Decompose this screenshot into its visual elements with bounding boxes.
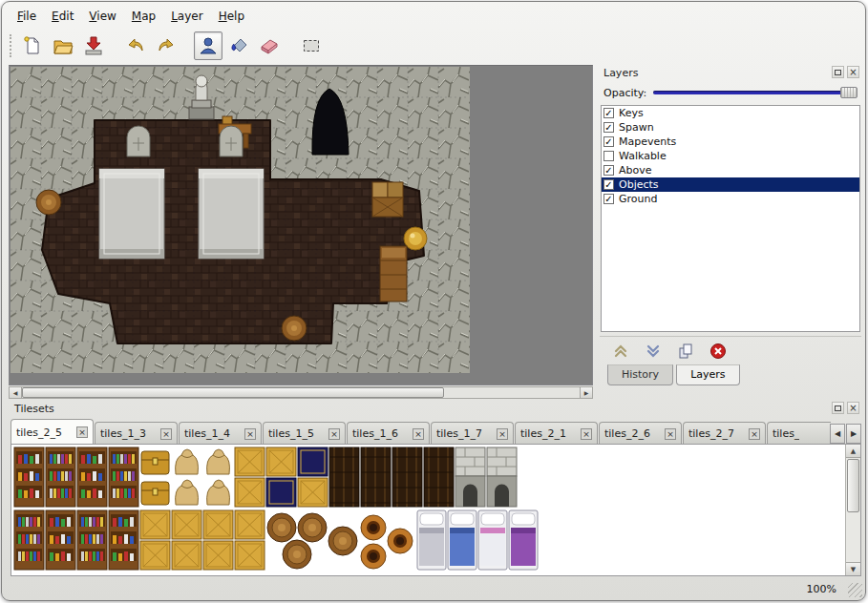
- eraser-icon: [258, 35, 281, 56]
- layer-visibility-checkbox[interactable]: ✓: [603, 165, 614, 176]
- new-file-icon: [22, 35, 43, 56]
- map-object-door-slab: [199, 169, 264, 259]
- layer-visibility-checkbox[interactable]: ✓: [603, 122, 614, 133]
- tileset-vertical-scrollbar[interactable]: ▲ ▼: [845, 445, 860, 575]
- map-horizontal-scrollbar[interactable]: ◀ ▶: [9, 386, 593, 399]
- float-panel-button[interactable]: [832, 66, 844, 78]
- opacity-slider[interactable]: [653, 85, 857, 100]
- layer-row[interactable]: ✓Keys: [602, 106, 859, 120]
- tileset-tab[interactable]: tiles_1_3×: [95, 422, 178, 445]
- tileset-tab-label: tiles_1_7: [436, 427, 482, 440]
- scroll-right-icon[interactable]: ▶: [580, 387, 592, 398]
- layers-panel-titlebar: Layers ×: [598, 65, 863, 80]
- layer-visibility-checkbox[interactable]: ✓: [603, 108, 614, 118]
- scrollbar-handle[interactable]: [847, 459, 859, 512]
- tileset-tab[interactable]: tiles_×: [767, 422, 831, 445]
- select-tool-button[interactable]: [297, 31, 326, 60]
- tab-close-icon[interactable]: ×: [497, 428, 508, 440]
- menu-layer[interactable]: Layer: [163, 8, 210, 27]
- menu-view[interactable]: View: [81, 8, 123, 27]
- scroll-up-icon[interactable]: ▲: [846, 445, 860, 458]
- resize-grip[interactable]: [848, 583, 862, 597]
- layer-row[interactable]: ✓Mapevents: [602, 135, 859, 149]
- tab-scroll-right-icon[interactable]: ▶: [846, 424, 861, 444]
- scroll-left-icon[interactable]: ◀: [10, 387, 22, 398]
- tileset-tab-label: tiles_2_6: [604, 427, 650, 440]
- tileset-tab[interactable]: tiles_2_1×: [515, 422, 598, 445]
- tab-close-icon[interactable]: ×: [76, 426, 88, 438]
- close-panel-button[interactable]: ×: [847, 402, 859, 414]
- map-canvas[interactable]: [11, 67, 470, 373]
- toolbar: [10, 29, 328, 63]
- open-folder-icon: [53, 35, 74, 56]
- tile-bed: [448, 510, 476, 570]
- tab-close-icon[interactable]: ×: [328, 428, 340, 440]
- layer-row[interactable]: ✓Spawn: [602, 120, 859, 135]
- layer-row[interactable]: Walkable: [602, 149, 859, 163]
- save-icon: [83, 35, 104, 56]
- stamp-tool-button[interactable]: [194, 31, 222, 60]
- layer-row[interactable]: ✓Objects: [602, 177, 859, 192]
- eraser-tool-button[interactable]: [255, 31, 284, 60]
- tileset-tab[interactable]: tiles_1_4×: [179, 422, 262, 445]
- map-viewport[interactable]: [9, 65, 593, 385]
- tileset-tab-label: tiles_: [773, 427, 799, 440]
- lower-layer-icon: [645, 343, 662, 360]
- float-icon: [835, 405, 841, 411]
- tab-scroll-left-icon[interactable]: ◀: [830, 424, 845, 444]
- lower-layer-button[interactable]: [644, 342, 663, 361]
- layer-row[interactable]: ✓Ground: [602, 192, 859, 206]
- duplicate-layer-icon: [677, 343, 694, 360]
- opacity-slider-handle[interactable]: [840, 87, 857, 98]
- statusbar: 100%: [2, 577, 865, 600]
- tab-close-icon[interactable]: ×: [665, 428, 676, 440]
- menu-edit[interactable]: Edit: [44, 8, 81, 27]
- save-button[interactable]: [79, 31, 108, 60]
- tab-close-icon[interactable]: ×: [413, 428, 424, 440]
- tab-history[interactable]: History: [607, 364, 673, 385]
- layer-visibility-checkbox[interactable]: ✓: [603, 194, 614, 204]
- layer-label: Ground: [619, 193, 657, 205]
- tab-close-icon[interactable]: ×: [244, 428, 256, 440]
- menu-map[interactable]: Map: [124, 8, 163, 27]
- tab-close-icon[interactable]: ×: [749, 428, 760, 440]
- tileset-tab[interactable]: tiles_2_6×: [599, 422, 682, 445]
- tab-layers[interactable]: Layers: [676, 364, 739, 385]
- tileset-tab-bar: tiles_2_5× tiles_1_3× tiles_1_4× tiles_1…: [11, 418, 831, 445]
- duplicate-layer-button[interactable]: [676, 342, 695, 361]
- tileset-tab[interactable]: tiles_1_5×: [263, 422, 346, 445]
- tab-close-icon[interactable]: ×: [160, 428, 172, 440]
- new-file-button[interactable]: [18, 31, 47, 60]
- toolbar-handle[interactable]: [10, 34, 14, 57]
- app-window: File Edit View Map Layer Help: [1, 1, 866, 601]
- tileset-image[interactable]: [12, 446, 843, 573]
- close-panel-button[interactable]: ×: [847, 66, 859, 78]
- map-object-tombstone: [220, 126, 243, 156]
- scrollbar-handle[interactable]: [22, 387, 444, 398]
- tileset-tab[interactable]: tiles_1_6×: [347, 422, 430, 445]
- tileset-tab[interactable]: tiles_1_7×: [431, 422, 514, 445]
- open-file-button[interactable]: [49, 31, 77, 60]
- float-icon: [835, 70, 841, 75]
- undo-button[interactable]: [121, 31, 150, 60]
- menu-file[interactable]: File: [10, 8, 44, 27]
- layer-visibility-checkbox[interactable]: [603, 151, 614, 161]
- delete-layer-button[interactable]: [709, 342, 728, 361]
- layer-row[interactable]: ✓Above: [602, 163, 859, 177]
- zoom-level: 100%: [807, 583, 836, 595]
- float-panel-button[interactable]: [832, 402, 844, 414]
- tab-close-icon[interactable]: ×: [581, 428, 592, 440]
- tilesets-panel-title: Tilesets: [14, 403, 54, 415]
- layer-list[interactable]: ✓Keys ✓Spawn ✓Mapevents Walkable ✓Above …: [601, 105, 860, 332]
- menu-help[interactable]: Help: [211, 8, 252, 27]
- fill-tool-button[interactable]: [224, 31, 253, 60]
- layers-dock-tabs: History Layers: [607, 364, 743, 385]
- tileset-tab[interactable]: tiles_2_7×: [683, 422, 766, 445]
- tileset-canvas[interactable]: ▲ ▼: [11, 444, 861, 576]
- scroll-down-icon[interactable]: ▼: [846, 562, 860, 575]
- layer-visibility-checkbox[interactable]: ✓: [603, 136, 614, 147]
- layer-visibility-checkbox[interactable]: ✓: [603, 179, 614, 190]
- redo-button[interactable]: [152, 31, 180, 60]
- tileset-tab[interactable]: tiles_2_5×: [11, 419, 94, 445]
- raise-layer-button[interactable]: [611, 342, 630, 361]
